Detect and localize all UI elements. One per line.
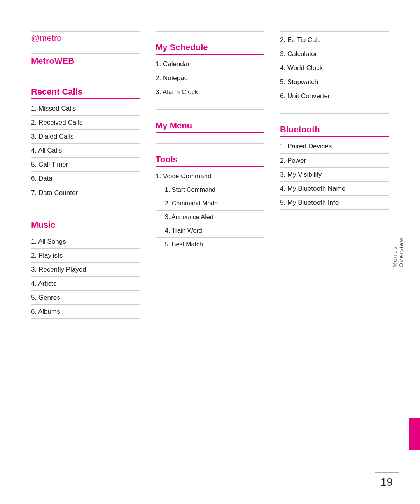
list-item: 3. Dialed Calls: [31, 130, 140, 144]
list-item: 4. All Calls: [31, 144, 140, 158]
divider: [280, 31, 389, 32]
list-item: 3. My Visibility: [280, 168, 389, 182]
list-item: 1. All Songs: [31, 235, 140, 249]
list-item: 2. Received Calls: [31, 116, 140, 130]
column-3: 2. Ez Tip Calc 3. Calculator 4. World Cl…: [272, 31, 397, 319]
list-item: 5. Best Match: [156, 238, 264, 251]
list-item: 5. Call Timer: [31, 158, 140, 172]
page-number: 19: [381, 476, 393, 488]
list-item: 4. World Clock: [280, 61, 389, 75]
divider: [31, 209, 140, 209]
list-item: 1. Calendar: [156, 57, 264, 71]
divider: [156, 31, 264, 32]
recent-calls-heading: Recent Calls: [31, 87, 140, 99]
at-metro-text: @metro: [31, 33, 62, 43]
list-item: 6. Data: [31, 172, 140, 186]
list-item: 6. Albums: [31, 305, 140, 319]
divider: [31, 76, 140, 76]
list-item: 2. Notepad: [156, 71, 264, 85]
divider: [280, 113, 389, 114]
divider: [156, 109, 264, 110]
list-item: 4. Artists: [31, 277, 140, 291]
page-container: @metro MetroWEB Recent Calls 1. Missed C…: [0, 0, 420, 504]
list-item: 5. Stopwatch: [280, 75, 389, 89]
list-item: 2. Playlists: [31, 249, 140, 263]
list-item: 5. My Bluetooth Info: [280, 196, 389, 210]
list-item: 1. Paired Devices: [280, 139, 389, 153]
bluetooth-heading: Bluetooth: [280, 125, 389, 137]
list-item: 2. Power: [280, 154, 389, 168]
list-item: 5. Genres: [31, 291, 140, 305]
list-item: 3. Recently Played: [31, 263, 140, 277]
list-item: 3. Calculator: [280, 47, 389, 61]
my-schedule-heading: My Schedule: [156, 42, 264, 55]
list-item: 4. Train Word: [156, 224, 264, 238]
divider: [31, 53, 140, 54]
list-item: 1. Missed Calls: [31, 102, 140, 116]
divider: [156, 143, 264, 144]
metroweb-heading: MetroWEB: [31, 55, 140, 68]
list-item: 3. Alarm Clock: [156, 85, 264, 99]
list-item: 4. My Bluetooth Name: [280, 182, 389, 196]
column-1: @metro MetroWEB Recent Calls 1. Missed C…: [23, 31, 148, 319]
sidebar-tab: [409, 418, 420, 450]
list-item: 2. Ez Tip Calc: [280, 33, 389, 47]
sidebar-label-text: Menus Overview: [391, 237, 404, 267]
list-item: 7. Data Counter: [31, 186, 140, 200]
list-item: 1. Start Command: [156, 183, 264, 197]
list-item: 6. Unit Converter: [280, 89, 389, 103]
divider: [31, 31, 140, 32]
page-number-line: [375, 472, 399, 473]
column-2: My Schedule 1. Calendar 2. Notepad 3. Al…: [148, 31, 272, 319]
list-item: 3. Announce Alert: [156, 211, 264, 224]
my-menu-heading: My Menu: [156, 121, 264, 133]
tools-heading: Tools: [156, 155, 264, 167]
list-item: 1. Voice Command: [156, 169, 264, 183]
music-heading: Music: [31, 220, 140, 232]
at-metro-heading: @metro: [31, 33, 140, 46]
list-item: 2. Command Mode: [156, 197, 264, 211]
columns-wrapper: @metro MetroWEB Recent Calls 1. Missed C…: [23, 23, 397, 319]
